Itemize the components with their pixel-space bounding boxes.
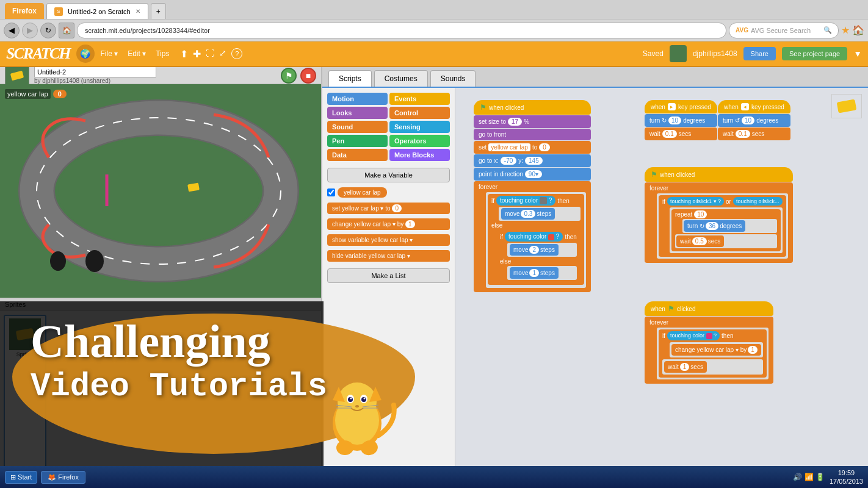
category-pen[interactable]: Pen [327, 135, 388, 147]
clock: 19:59 17/05/2013 [830, 468, 863, 486]
user-avatar [670, 45, 687, 62]
block-turn-right[interactable]: turn ↻ 10 degrees [645, 114, 717, 127]
blocks-palette: Motion Events Looks Control Sound Sensin… [322, 88, 455, 488]
bookmark-star-icon[interactable]: ★ [841, 24, 850, 36]
tab-costumes[interactable]: Costumes [374, 70, 428, 87]
sprite-thumbnail [5, 67, 29, 86]
edit-menu[interactable]: Edit ▾ [128, 49, 146, 58]
tips-menu[interactable]: Tips [156, 49, 169, 58]
browser-window: Firefox S Untitled-2 on Scratch ✕ + ◀ ▶ … [0, 0, 868, 488]
expand-icon[interactable]: ⤢ [219, 48, 226, 60]
set-block-display[interactable]: set yellow car lap ▾ to 0 [327, 203, 450, 214]
back-button[interactable]: ◀ [4, 23, 20, 38]
tab-scripts[interactable]: Scripts [328, 70, 372, 87]
block-go-to-xy[interactable]: go to x: -70 y: 145 [474, 154, 591, 167]
block-change-lap[interactable]: change yellow car lap ▾ by 1 [671, 344, 761, 356]
taskbar-firefox-button[interactable]: 🦊 Firefox [41, 471, 85, 484]
block-repeat-10[interactable]: repeat 10 turn ↻ 36 degrees wait 0.5 sec… [671, 209, 781, 251]
if-touching-oilslick[interactable]: if touching oilslick1 ▾ ? or touching oi… [659, 195, 786, 257]
new-tab-button[interactable]: + [151, 3, 166, 19]
block-turn-left[interactable]: turn ↺ 10 degrees [718, 114, 790, 127]
if-block-1[interactable]: if touching color ? then move 0.3 steps … [488, 194, 584, 285]
reload-button[interactable]: ↻ [40, 23, 56, 38]
browser-titlebar: Firefox S Untitled-2 on Scratch ✕ + [0, 0, 868, 20]
forever-block-3[interactable]: forever if touching color ? then change … [645, 317, 773, 384]
tab-close-icon[interactable]: ✕ [136, 8, 140, 15]
home-button[interactable]: 🏠 [59, 23, 74, 38]
green-flag-icon[interactable]: ⚑ [281, 68, 297, 84]
category-motion[interactable]: Motion [327, 93, 388, 105]
if-touching-color-lap[interactable]: if touching color ? then change yellow c… [659, 329, 767, 378]
hat-block-key-right[interactable]: when ▸ key pressed [645, 100, 717, 113]
block-go-to-front[interactable]: go to front [474, 129, 591, 140]
help-icon[interactable]: ? [231, 48, 242, 59]
variable-block-display[interactable]: yellow car lap [338, 187, 387, 198]
share-button[interactable]: Share [743, 47, 776, 60]
start-button[interactable]: ⊞ Start [5, 471, 37, 484]
hat-block-key-left[interactable]: when ◂ key pressed [718, 100, 790, 113]
variable-checkbox[interactable] [327, 188, 335, 196]
hat-block-flag3[interactable]: when ⚑ clicked [645, 301, 773, 316]
category-data[interactable]: Data [327, 149, 388, 161]
home-icon[interactable]: 🏠 [852, 24, 864, 36]
category-control[interactable]: Control [389, 107, 450, 119]
plus-icon[interactable]: ✚ [193, 48, 201, 60]
category-events[interactable]: Events [389, 93, 450, 105]
hide-block-display[interactable]: hide variable yellow car lap ▾ [327, 250, 450, 262]
forever-block-2[interactable]: forever if touching oilslick1 ▾ ? or tou… [645, 182, 793, 263]
change-block-display[interactable]: change yellow car lap ▾ by 1 [327, 218, 450, 230]
date-display: 17/05/2013 [830, 477, 863, 486]
block-set-size[interactable]: set size to 17 % [474, 115, 591, 128]
make-variable-button[interactable]: Make a Variable [327, 168, 450, 182]
category-operators[interactable]: Operators [389, 135, 450, 147]
file-menu[interactable]: File ▾ [101, 49, 118, 58]
category-more-blocks[interactable]: More Blocks [389, 149, 450, 161]
block-wait-05[interactable]: wait 0.5 secs [676, 235, 724, 247]
block-turn-36[interactable]: turn ↻ 36 degrees [684, 220, 745, 232]
search-bar[interactable]: AVG AVG Secure Search 🔍 [729, 23, 839, 38]
block-move-03[interactable]: move 0.3 steps [501, 208, 555, 220]
sprites-panel-header: Sprites [0, 298, 321, 311]
variable-display: yellow car lap 0 [5, 89, 67, 99]
scratch-toolbar: SCRATCH 🌍 File ▾ Edit ▾ Tips ⬆ ✚ ⛶ ⤢ ? S… [0, 41, 868, 67]
sprite-name-input[interactable] [34, 67, 156, 77]
block-wait-1[interactable]: wait 1 secs [664, 361, 707, 373]
firefox-button[interactable]: Firefox [5, 3, 44, 19]
avg-logo: AVG [736, 27, 748, 34]
hat-block-flag1[interactable]: ⚑ when clicked [474, 100, 591, 115]
sprite-preview [9, 318, 41, 350]
see-project-button[interactable]: See project page [782, 47, 847, 60]
block-move-1[interactable]: move 1 steps [510, 267, 559, 279]
block-point[interactable]: point in direction 90▾ [474, 168, 591, 181]
scripts-tabs-bar: Scripts Costumes Sounds [322, 67, 868, 88]
category-looks[interactable]: Looks [327, 107, 388, 119]
block-group-main: ⚑ when clicked set size to 17 % go to fr… [474, 100, 591, 292]
variable-value: 0 [53, 90, 67, 98]
hat-block-flag2[interactable]: ⚑ when clicked [645, 167, 793, 182]
make-list-button[interactable]: Make a List [327, 268, 450, 283]
upload-icon[interactable]: ⬆ [180, 48, 188, 60]
stop-icon[interactable]: ■ [300, 68, 316, 84]
account-icon[interactable]: ▼ [853, 49, 862, 59]
category-sensing[interactable]: Sensing [389, 121, 450, 133]
taskbar-right: 🔊 📶 🔋 19:59 17/05/2013 [793, 468, 863, 486]
sprite-item[interactable]: Sprite1 [4, 315, 46, 471]
address-bar[interactable]: scratch.mit.edu/projects/10283344/#edito… [77, 23, 726, 38]
block-set-var[interactable]: set yellow car lap to 0 [474, 141, 591, 154]
saved-label: Saved [643, 49, 664, 58]
forever-block-1[interactable]: forever if touching color ? then move 0.… [474, 181, 591, 292]
username[interactable]: djphillips1408 [693, 49, 737, 58]
new-tab-icon: + [156, 7, 161, 16]
block-wait-right[interactable]: wait 0.1 secs [645, 127, 717, 140]
show-block-display[interactable]: show variable yellow car lap ▾ [327, 234, 450, 246]
fullscreen-icon[interactable]: ⛶ [206, 48, 214, 60]
search-placeholder: AVG Secure Search [751, 27, 811, 34]
forward-button[interactable]: ▶ [22, 23, 38, 38]
scripts-canvas[interactable]: ⚑ when clicked set size to 17 % go to fr… [455, 88, 868, 488]
flag-icon-1: ⚑ [480, 103, 486, 112]
tab-sounds[interactable]: Sounds [430, 70, 476, 87]
block-move-2[interactable]: move 2 steps [510, 244, 559, 256]
browser-tab-active[interactable]: S Untitled-2 on Scratch ✕ [46, 3, 148, 19]
block-wait-left[interactable]: wait 0.1 secs [718, 127, 790, 140]
category-sound[interactable]: Sound [327, 121, 388, 133]
